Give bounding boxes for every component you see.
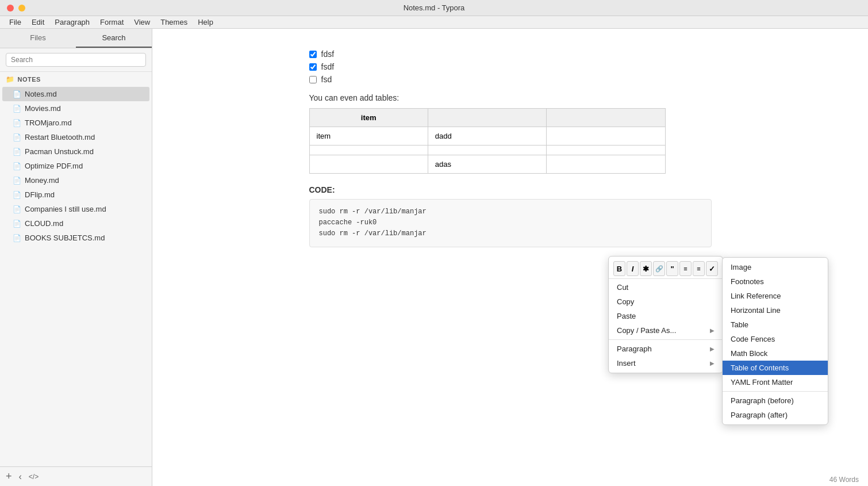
ctx-copy-paste-as[interactable]: Copy / Paste As... ▶: [609, 323, 723, 338]
app-body: Files Search 📁 NOTES 📄 Notes.md 📄 Movies…: [0, 29, 868, 486]
sub-item-math-block[interactable]: Math Block: [723, 346, 828, 361]
menu-help[interactable]: Help: [193, 17, 218, 28]
markdown-table: item item dadd: [309, 108, 666, 174]
minimize-button[interactable]: [18, 5, 25, 12]
sub-item-footnotes[interactable]: Footnotes: [723, 274, 828, 289]
fmt-ordered-list[interactable]: ≡: [679, 261, 692, 276]
ctx-divider-0: [609, 339, 723, 340]
menu-themes[interactable]: Themes: [156, 17, 192, 28]
table-cell-2-2: [547, 155, 665, 174]
sub-menu-insert: Image Footnotes Link Reference Horizonta…: [722, 257, 828, 425]
file-name-1: Movies.md: [25, 104, 61, 113]
menu-edit[interactable]: Edit: [27, 17, 49, 28]
file-name-9: CLOUD.md: [25, 219, 63, 228]
menu-paragraph[interactable]: Paragraph: [50, 17, 94, 28]
status-bar: 46 Words: [820, 473, 868, 486]
context-menu: B I ✱ 🔗 " ≡ ≡ ✓ Cut Copy Paste Copy / Pa…: [608, 256, 723, 373]
nav-left-button[interactable]: ‹: [19, 472, 22, 482]
sub-item-yaml[interactable]: YAML Front Matter: [723, 375, 828, 389]
file-icon-10: 📄: [13, 234, 21, 242]
editor-area[interactable]: fdsf fsdf fsd You can even add tables: i…: [152, 29, 868, 486]
file-icon-6: 📄: [13, 177, 21, 185]
file-icon-7: 📄: [13, 191, 21, 199]
close-button[interactable]: [7, 5, 14, 12]
ctx-paragraph[interactable]: Paragraph ▶: [609, 342, 723, 356]
file-icon-2: 📄: [13, 119, 21, 127]
ctx-cut[interactable]: Cut: [609, 280, 723, 294]
word-count: 46 Words: [829, 476, 859, 484]
fmt-asterisk[interactable]: ✱: [640, 261, 652, 276]
sub-item-para-after[interactable]: Paragraph (after): [723, 408, 828, 422]
fmt-check[interactable]: ✓: [706, 261, 718, 276]
tab-files[interactable]: Files: [0, 29, 76, 48]
file-item-pacman[interactable]: 📄 Pacman Unstuck.md: [2, 144, 149, 159]
table-cell-0-1: dadd: [428, 127, 546, 146]
sub-item-toc[interactable]: Table of Contents: [723, 361, 828, 375]
section-label: NOTES: [18, 76, 41, 83]
table-header-0: item: [309, 109, 428, 127]
add-file-button[interactable]: +: [6, 470, 12, 483]
fmt-italic[interactable]: I: [627, 261, 639, 276]
ctx-insert[interactable]: Insert ▶: [609, 356, 723, 370]
sub-item-para-before[interactable]: Paragraph (before): [723, 393, 828, 408]
file-item-books[interactable]: 📄 BOOKS SUBJETCS.md: [2, 231, 149, 245]
file-icon-0: 📄: [13, 90, 21, 98]
fmt-bold[interactable]: B: [613, 261, 625, 276]
checkbox-1[interactable]: [309, 63, 317, 71]
file-item-cloud[interactable]: 📄 CLOUD.md: [2, 216, 149, 231]
fmt-link[interactable]: 🔗: [653, 261, 665, 276]
file-item-notes[interactable]: 📄 Notes.md: [2, 87, 149, 101]
search-input[interactable]: [6, 53, 146, 67]
file-name-2: TROMjaro.md: [25, 118, 72, 127]
checklist-item-1: fsdf: [309, 62, 712, 71]
checkbox-0[interactable]: [309, 51, 317, 58]
file-item-money[interactable]: 📄 Money.md: [2, 173, 149, 187]
search-box: [0, 48, 152, 72]
code-line-2: sudo rm -r /var/lib/manjar: [319, 228, 702, 239]
code-line-0: sudo rm -r /var/lib/manjar: [319, 206, 702, 217]
menu-bar: File Edit Paragraph Format View Themes H…: [0, 16, 868, 29]
arrow-icon-0: ▶: [710, 327, 715, 334]
fmt-quote[interactable]: ": [666, 261, 678, 276]
file-icon-4: 📄: [13, 148, 21, 156]
title-bar: Notes.md - Typora: [0, 0, 868, 16]
checklist-item-0: fdsf: [309, 49, 712, 59]
file-item-companies[interactable]: 📄 Companies I still use.md: [2, 202, 149, 216]
arrow-icon-1: ▶: [710, 346, 715, 352]
file-item-tromjaro[interactable]: 📄 TROMjaro.md: [2, 116, 149, 130]
table-row-2: adas: [309, 155, 665, 174]
menu-file[interactable]: File: [5, 17, 26, 28]
sidebar-tabs: Files Search: [0, 29, 152, 48]
editor-content: fdsf fsdf fsd You can even add tables: i…: [309, 49, 712, 247]
nav-code-button[interactable]: </>: [29, 473, 39, 481]
sub-item-table[interactable]: Table: [723, 317, 828, 332]
table-cell-1-1: [428, 146, 546, 155]
checkbox-2[interactable]: [309, 76, 317, 83]
menu-format[interactable]: Format: [95, 17, 128, 28]
file-item-movies[interactable]: 📄 Movies.md: [2, 101, 149, 116]
app-title: Notes.md - Typora: [404, 3, 465, 12]
table-cell-2-0: [309, 155, 428, 174]
ctx-paste[interactable]: Paste: [609, 309, 723, 323]
file-name-7: DFlip.md: [25, 190, 55, 199]
tab-search[interactable]: Search: [76, 29, 152, 48]
sub-divider-0: [723, 391, 828, 392]
file-icon-9: 📄: [13, 220, 21, 228]
table-header-1: [428, 109, 546, 127]
sub-item-code-fences[interactable]: Code Fences: [723, 332, 828, 346]
ctx-copy[interactable]: Copy: [609, 294, 723, 309]
file-item-optimize[interactable]: 📄 Optimize PDF.md: [2, 159, 149, 173]
file-name-8: Companies I still use.md: [25, 205, 106, 213]
sub-item-image[interactable]: Image: [723, 260, 828, 274]
table-row-1: [309, 146, 665, 155]
table-cell-1-2: [547, 146, 665, 155]
sub-item-hrule[interactable]: Horizontal Line: [723, 303, 828, 317]
fmt-unordered-list[interactable]: ≡: [693, 261, 705, 276]
menu-view[interactable]: View: [129, 17, 155, 28]
file-icon-8: 📄: [13, 205, 21, 213]
file-item-bluetooth[interactable]: 📄 Restart Bluetooth.md: [2, 130, 149, 144]
file-icon-5: 📄: [13, 162, 21, 170]
notes-section-header: 📁 NOTES: [0, 72, 152, 87]
file-item-dflip[interactable]: 📄 DFlip.md: [2, 187, 149, 202]
sub-item-link-ref[interactable]: Link Reference: [723, 289, 828, 303]
